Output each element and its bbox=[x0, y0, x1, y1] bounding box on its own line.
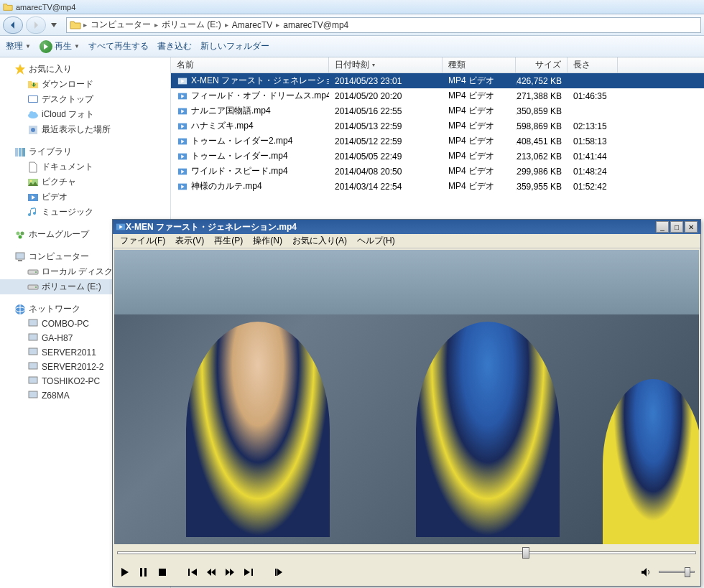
tree-documents[interactable]: ドキュメント bbox=[0, 159, 170, 174]
video-display[interactable] bbox=[114, 250, 699, 544]
separator-icon: ▸ bbox=[225, 21, 228, 29]
svg-rect-43 bbox=[251, 569, 253, 576]
svg-rect-17 bbox=[18, 260, 22, 261]
maximize-button[interactable]: □ bbox=[670, 221, 683, 233]
file-name: トゥーム・レイダー.mp4 bbox=[191, 150, 288, 162]
menu-view[interactable]: 表示(V) bbox=[171, 233, 208, 248]
file-type: MP4 ビデオ bbox=[443, 90, 516, 102]
chevron-down-icon: ▼ bbox=[25, 43, 31, 50]
tree-icloud[interactable]: iCloud フォト bbox=[0, 107, 170, 122]
svg-rect-42 bbox=[188, 569, 190, 576]
close-button[interactable]: ✕ bbox=[685, 221, 698, 233]
computer-icon bbox=[27, 332, 39, 344]
player-titlebar[interactable]: X-MEN ファースト・ジェネレーション.mp4 _ □ ✕ bbox=[113, 220, 700, 234]
desktop-icon bbox=[27, 94, 39, 106]
file-length: 01:48:24 bbox=[568, 167, 618, 177]
svg-rect-28 bbox=[29, 377, 37, 383]
svg-rect-7 bbox=[15, 148, 18, 157]
file-size: 1,408,451 KB bbox=[516, 136, 568, 146]
computer-icon bbox=[27, 390, 39, 401]
folder-icon bbox=[3, 2, 13, 12]
breadcrumb-volume[interactable]: ボリューム (E:) bbox=[160, 19, 223, 31]
svg-rect-29 bbox=[29, 391, 37, 398]
file-row[interactable]: ナルニア国物語.mp42014/05/16 22:55MP4 ビデオ1,350,… bbox=[171, 103, 704, 118]
column-date[interactable]: 日付時刻▾ bbox=[329, 57, 443, 73]
tree-favorites[interactable]: お気に入り bbox=[0, 62, 170, 77]
menu-help[interactable]: ヘルプ(H) bbox=[353, 233, 399, 248]
file-row[interactable]: 神様のカルテ.mp42014/03/14 22:54MP4 ビデオ1,359,9… bbox=[171, 179, 704, 194]
tree-libraries[interactable]: ライブラリ bbox=[0, 144, 170, 159]
volume-icon[interactable] bbox=[640, 566, 653, 578]
fast-forward-button[interactable] bbox=[223, 566, 236, 578]
volume-slider[interactable] bbox=[659, 567, 695, 577]
svg-rect-8 bbox=[19, 148, 22, 157]
computer-icon bbox=[27, 318, 39, 330]
file-type: MP4 ビデオ bbox=[443, 165, 516, 177]
file-row[interactable]: フィールド・オブ・ドリームス.mp42014/05/20 20:20MP4 ビデ… bbox=[171, 88, 704, 103]
tree-desktop[interactable]: デスクトップ bbox=[0, 92, 170, 107]
file-size: 1,426,752 KB bbox=[516, 76, 568, 86]
step-button[interactable] bbox=[272, 566, 285, 578]
breadcrumb-current[interactable]: amarecTV@mp4 bbox=[282, 20, 350, 30]
stop-button[interactable] bbox=[156, 566, 169, 578]
organize-menu[interactable]: 整理 ▼ bbox=[6, 40, 31, 52]
column-headers: 名前 日付時刻▾ 種類 サイズ 長さ bbox=[171, 57, 704, 73]
history-dropdown[interactable] bbox=[49, 18, 59, 32]
minimize-button[interactable]: _ bbox=[656, 221, 669, 233]
breadcrumb-amarectv[interactable]: AmarecTV bbox=[231, 20, 274, 30]
volume-thumb[interactable] bbox=[685, 567, 690, 577]
burn-button[interactable]: 書き込む bbox=[157, 40, 192, 52]
file-row[interactable]: X-MEN ファースト・ジェネレーショ..2014/05/23 23:01MP4… bbox=[171, 73, 704, 88]
column-name[interactable]: 名前 bbox=[171, 57, 329, 73]
seek-bar[interactable] bbox=[117, 546, 696, 560]
play-button[interactable]: 再生 ▼ bbox=[40, 40, 80, 53]
skip-forward-button[interactable] bbox=[242, 566, 255, 578]
file-size: 1,598,869 KB bbox=[516, 121, 568, 131]
file-type: MP4 ビデオ bbox=[443, 105, 516, 117]
svg-point-19 bbox=[35, 271, 37, 273]
tree-music[interactable]: ミュージック bbox=[0, 205, 170, 220]
column-type[interactable]: 種類 bbox=[443, 57, 516, 73]
tree-videos[interactable]: ビデオ bbox=[0, 190, 170, 205]
recent-places-icon bbox=[27, 124, 39, 136]
column-length[interactable]: 長さ bbox=[568, 57, 618, 73]
address-bar[interactable]: ▸ コンピューター ▸ ボリューム (E:) ▸ AmarecTV ▸ amar… bbox=[66, 17, 701, 33]
file-name: フィールド・オブ・ドリームス.mp4 bbox=[191, 90, 329, 102]
tree-pictures[interactable]: ピクチャ bbox=[0, 174, 170, 190]
new-folder-button[interactable]: 新しいフォルダー bbox=[200, 40, 269, 52]
file-row[interactable]: ハナミズキ.mp42014/05/13 22:59MP4 ビデオ1,598,86… bbox=[171, 118, 704, 134]
seek-thumb[interactable] bbox=[522, 547, 529, 559]
column-size[interactable]: サイズ bbox=[516, 57, 568, 73]
pause-button[interactable] bbox=[137, 566, 150, 578]
svg-point-14 bbox=[21, 231, 24, 235]
svg-rect-9 bbox=[22, 148, 25, 157]
breadcrumb-computer[interactable]: コンピューター bbox=[89, 19, 152, 31]
tree-recent[interactable]: 最近表示した場所 bbox=[0, 122, 170, 137]
file-row[interactable]: ワイルド・スピード.mp42014/04/08 20:50MP4 ビデオ1,29… bbox=[171, 164, 704, 179]
menu-navigate[interactable]: 操作(N) bbox=[249, 233, 287, 248]
file-row[interactable]: トゥーム・レイダー.mp42014/05/05 22:49MP4 ビデオ1,21… bbox=[171, 149, 704, 164]
tree-downloads[interactable]: ダウンロード bbox=[0, 77, 170, 92]
rewind-button[interactable] bbox=[205, 566, 218, 578]
player-menubar: ファイル(F) 表示(V) 再生(P) 操作(N) お気に入り(A) ヘルプ(H… bbox=[113, 234, 700, 248]
play-button[interactable] bbox=[119, 566, 131, 578]
forward-button[interactable] bbox=[26, 17, 46, 34]
file-length: 01:52:42 bbox=[568, 182, 618, 192]
svg-point-6 bbox=[31, 128, 35, 132]
file-type: MP4 ビデオ bbox=[443, 120, 516, 132]
menu-file[interactable]: ファイル(F) bbox=[116, 233, 170, 248]
play-all-button[interactable]: すべて再生する bbox=[88, 40, 149, 52]
file-type: MP4 ビデオ bbox=[443, 75, 516, 87]
menu-favorites[interactable]: お気に入り(A) bbox=[288, 233, 351, 248]
svg-point-4 bbox=[32, 112, 37, 116]
homegroup-icon bbox=[14, 229, 26, 241]
back-button[interactable] bbox=[3, 17, 23, 34]
star-icon bbox=[14, 64, 26, 75]
skip-back-button[interactable] bbox=[186, 566, 199, 578]
chevron-down-icon: ▼ bbox=[74, 43, 80, 50]
menu-play[interactable]: 再生(P) bbox=[210, 233, 247, 248]
file-length: 01:46:35 bbox=[568, 91, 618, 101]
file-row[interactable]: トゥーム・レイダー2.mp42014/05/12 22:59MP4 ビデオ1,4… bbox=[171, 134, 704, 149]
music-icon bbox=[27, 207, 39, 218]
computer-icon bbox=[27, 361, 39, 373]
